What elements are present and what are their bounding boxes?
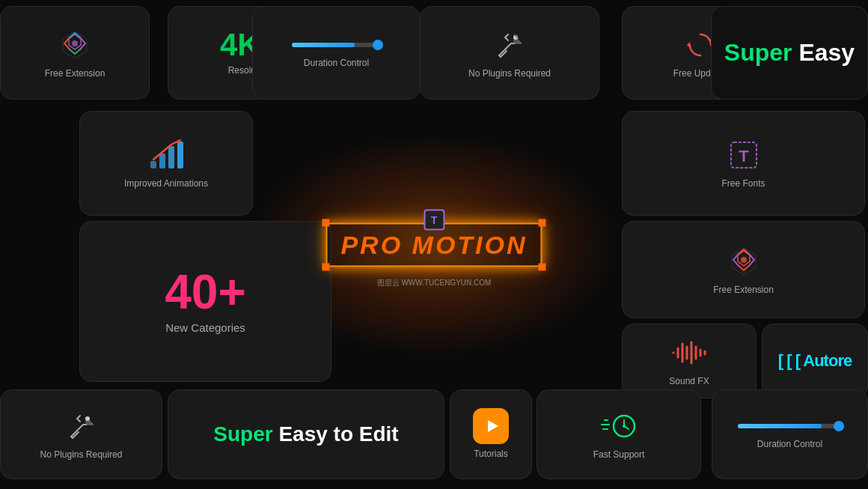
card-40-categories: 40+ New Categories — [79, 221, 331, 382]
svg-point-1 — [72, 40, 78, 46]
logo-corner-tr — [539, 219, 546, 226]
no-plugins-bottom-label: No Plugins Required — [40, 449, 122, 461]
slider-fill — [292, 43, 355, 47]
logo-t-icon: T — [424, 209, 444, 230]
tutorials-icon — [473, 408, 509, 444]
svg-marker-5 — [687, 42, 690, 48]
logo-corner-br — [539, 263, 546, 270]
duration-control-top-label: Duration Control — [304, 58, 369, 70]
categories-label: New Categories — [165, 321, 245, 335]
duration-slider-top — [292, 43, 382, 47]
logo-corner-tl — [322, 219, 329, 226]
svg-marker-24 — [488, 420, 498, 432]
slider-fill2 — [738, 424, 822, 428]
categories-value: 40+ — [165, 268, 246, 316]
improved-animations-icon — [147, 136, 185, 174]
autoresize-text: [ [ [ Autore — [778, 351, 852, 371]
free-extension-mid-icon — [725, 243, 762, 280]
sound-fx-icon — [670, 334, 708, 371]
fast-support-label: Fast Support — [593, 449, 645, 461]
svg-text:T: T — [739, 147, 749, 165]
card-tutorials: Tutorials — [450, 389, 532, 479]
no-plugins-icon-bottom — [63, 407, 100, 445]
card-no-plugins-top: No Plugins Required — [420, 6, 599, 100]
easy-edit-rest: Easy to Edit — [273, 422, 399, 446]
card-sound-fx: Sound FX — [622, 324, 757, 398]
svg-point-31 — [623, 425, 626, 428]
sound-fx-label: Sound FX — [669, 376, 709, 388]
super-easy-edit-text: Super Easy to Edit — [213, 423, 398, 446]
card-super-easy-to-edit: Super Easy to Edit — [168, 389, 444, 479]
slider-thumb — [373, 40, 383, 50]
card-duration-control-top: Duration Control — [252, 6, 421, 100]
super-edit-label: Super — [213, 422, 272, 446]
svg-point-23 — [85, 416, 90, 421]
easy-label: Easy — [792, 39, 855, 66]
card-fast-support: Fast Support — [537, 389, 701, 479]
logo-box: T PRO MOTION 图层云 WWW.TUCENGYUN.COM — [326, 222, 542, 267]
card-no-plugins-bottom: No Plugins Required — [0, 389, 162, 479]
card-free-fonts: T Free Fonts — [622, 111, 865, 216]
free-fonts-label: Free Fonts — [721, 178, 765, 190]
svg-rect-6 — [150, 161, 156, 168]
watermark: 图层云 WWW.TUCENGYUN.COM — [377, 277, 492, 288]
card-super-easy-top: Super Easy — [711, 6, 868, 100]
card-autoresize: [ [ [ Autore — [762, 324, 868, 398]
card-free-extension-mid: Free Extension — [622, 221, 865, 318]
super-label: Super — [724, 39, 792, 66]
slider-thumb2 — [834, 421, 844, 431]
super-easy-top-text: Super Easy — [724, 40, 855, 66]
improved-animations-label: Improved Animations — [124, 178, 208, 190]
duration-control-bottom-label: Duration Control — [757, 439, 822, 451]
center-logo-area: T PRO MOTION 图层云 WWW.TUCENGYUN.COM — [326, 222, 542, 267]
tutorials-label: Tutorials — [474, 449, 508, 461]
logo-corner-bl — [322, 263, 329, 270]
no-plugins-top-label: No Plugins Required — [468, 68, 551, 80]
no-plugins-icon-top — [491, 26, 528, 64]
card-improved-animations: Improved Animations — [79, 111, 253, 216]
svg-point-14 — [741, 257, 747, 263]
card-duration-control-bottom: Duration Control — [712, 389, 868, 479]
svg-rect-8 — [168, 146, 174, 168]
duration-slider-bottom — [738, 424, 843, 428]
free-extension-top-label: Free Extension — [45, 68, 106, 80]
svg-rect-9 — [177, 142, 183, 168]
free-extension-icon — [56, 26, 94, 64]
free-fonts-icon: T — [725, 136, 762, 174]
svg-rect-7 — [159, 154, 165, 168]
fast-support-icon — [600, 407, 638, 445]
card-free-extension-top: Free Extension — [0, 6, 150, 100]
free-extension-mid-label: Free Extension — [713, 285, 774, 297]
